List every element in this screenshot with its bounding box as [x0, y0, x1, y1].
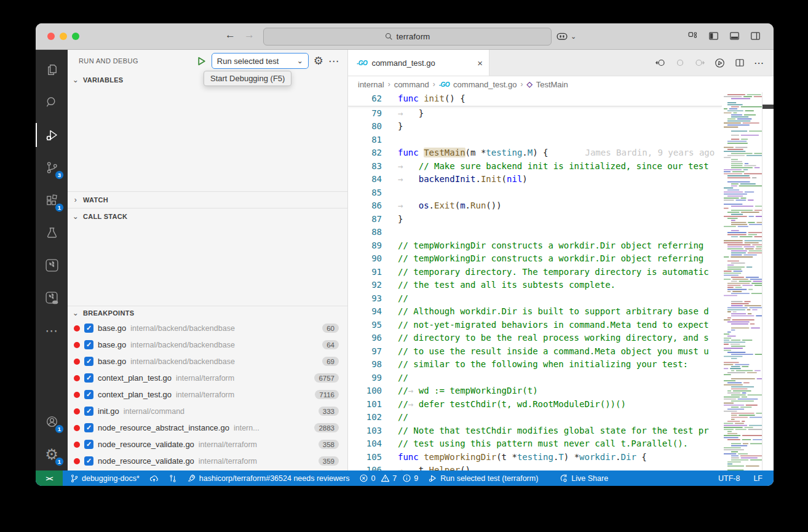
breakpoint-row[interactable]: context_plan_test.gointernal/terraform71…	[68, 386, 347, 403]
scrollbar-thumb[interactable]	[762, 105, 774, 109]
breakpoint-checkbox[interactable]	[84, 456, 93, 466]
line-number[interactable]: 98	[348, 358, 398, 371]
line-number[interactable]: 82	[348, 146, 398, 160]
tab-command-test-go[interactable]: -GO command_test.go ×	[348, 50, 489, 76]
close-tab-icon[interactable]: ×	[477, 58, 483, 68]
breakpoint-row[interactable]: context_plan_test.gointernal/terraform67…	[68, 370, 347, 386]
code-editor[interactable]: 62func init() {79→ }80}8182func TestMain…	[348, 92, 774, 470]
line-number[interactable]: 87	[348, 213, 398, 226]
breakpoint-checkbox[interactable]	[84, 324, 93, 333]
activity-run-and-debug[interactable]	[36, 119, 68, 151]
call-stack-section-header[interactable]: ⌄ CALL STACK	[68, 208, 347, 224]
eol-item[interactable]: LF	[753, 474, 762, 483]
toggle-primary-sidebar-icon[interactable]	[708, 30, 719, 42]
line-number[interactable]: 93	[348, 292, 398, 306]
line-number[interactable]: 84	[348, 173, 398, 186]
line-number[interactable]: 86	[348, 199, 398, 213]
line-number[interactable]: 101	[348, 398, 398, 411]
line-number[interactable]: 62	[348, 92, 398, 106]
breadcrumb-file[interactable]: command_test.go	[453, 80, 517, 89]
line-number[interactable]: 79	[348, 107, 398, 121]
problems-item[interactable]: 0 7 9	[359, 474, 418, 483]
breakpoint-row[interactable]: base.gointernal/backend/backendbase64	[68, 336, 347, 353]
activity-terraform[interactable]	[36, 249, 68, 282]
breakpoint-row[interactable]: base.gointernal/backend/backendbase60	[68, 320, 347, 336]
line-number[interactable]: 103	[348, 424, 398, 438]
breakpoint-checkbox[interactable]	[84, 440, 93, 449]
line-number[interactable]: 96	[348, 332, 398, 345]
activity-explorer[interactable]	[36, 54, 68, 86]
line-number[interactable]: 92	[348, 279, 398, 292]
sync-changes-item[interactable]	[149, 474, 159, 483]
line-number[interactable]: 95	[348, 319, 398, 332]
breakpoint-file: context_plan_test.go	[98, 373, 172, 383]
line-number[interactable]: 104	[348, 437, 398, 451]
line-number[interactable]: 94	[348, 305, 398, 319]
toggle-secondary-sidebar-icon[interactable]	[750, 30, 761, 42]
run-or-debug-icon[interactable]	[714, 57, 726, 69]
copilot-menu[interactable]: ⌄	[555, 30, 576, 43]
activity-extensions[interactable]: 1	[36, 184, 68, 216]
split-editor-icon[interactable]	[734, 57, 745, 68]
line-number[interactable]: 97	[348, 345, 398, 359]
line-number[interactable]: 80	[348, 120, 398, 133]
activity-terraform-cloud[interactable]	[36, 282, 68, 314]
debug-views-more-button[interactable]: ⋯	[328, 56, 339, 66]
start-debugging-button[interactable]	[196, 56, 207, 66]
encoding-item[interactable]: UTF-8	[718, 474, 740, 483]
line-number[interactable]: 91	[348, 266, 398, 279]
live-share-item[interactable]: Live Share	[559, 474, 608, 483]
activity-search[interactable]	[36, 86, 68, 119]
prev-change-icon[interactable]	[655, 57, 666, 68]
breakpoint-checkbox[interactable]	[84, 357, 93, 366]
breakpoint-row[interactable]: base.gointernal/backend/backendbase69	[68, 353, 347, 370]
minimap[interactable]	[722, 92, 762, 470]
line-number[interactable]: 83	[348, 160, 398, 173]
breakpoint-checkbox[interactable]	[84, 390, 93, 399]
breakpoint-row[interactable]: init.gointernal/command333	[68, 403, 347, 419]
line-number[interactable]: 81	[348, 133, 398, 147]
remote-indicator[interactable]: ><	[36, 470, 63, 486]
breakpoint-row[interactable]: node_resource_validate.gointernal/terraf…	[68, 436, 347, 453]
pr-status-item[interactable]: hashicorp/terraform#36524 needs reviewer…	[187, 474, 350, 483]
customize-layout-icon[interactable]	[687, 30, 699, 42]
git-branch-item[interactable]: debugging-docs*	[70, 474, 140, 483]
breakpoint-checkbox[interactable]	[84, 407, 93, 416]
activity-source-control[interactable]: 3	[36, 151, 68, 184]
line-number[interactable]: 89	[348, 239, 398, 253]
breadcrumb-symbol[interactable]: TestMain	[536, 80, 568, 89]
run-task-item[interactable]: Run selected test (terraform)	[428, 474, 538, 483]
line-number[interactable]: 99	[348, 371, 398, 385]
breadcrumb-command[interactable]: command	[394, 80, 429, 89]
zoom-window-button[interactable]	[72, 33, 79, 40]
line-number[interactable]: 85	[348, 186, 398, 200]
watch-section-header[interactable]: › WATCH	[68, 191, 347, 208]
breakpoint-row[interactable]: node_resource_validate.gointernal/terraf…	[68, 453, 347, 469]
debug-config-dropdown[interactable]: Run selected test ⌄	[212, 53, 309, 69]
source-control-graph-item[interactable]	[168, 474, 177, 483]
breakpoint-checkbox[interactable]	[84, 340, 93, 349]
line-number[interactable]: 88	[348, 226, 398, 239]
line-number[interactable]: 90	[348, 252, 398, 266]
activity-settings[interactable]: ⚙ 1	[36, 438, 68, 470]
debug-settings-gear[interactable]: ⚙	[314, 55, 323, 66]
breakpoints-section-header[interactable]: ⌄ BREAKPOINTS	[68, 306, 347, 320]
breakpoint-checkbox[interactable]	[84, 423, 93, 432]
breadcrumb-internal[interactable]: internal	[358, 80, 384, 89]
close-window-button[interactable]	[47, 33, 55, 40]
activity-testing[interactable]	[36, 216, 68, 249]
activity-accounts[interactable]: 1	[36, 405, 68, 438]
line-number[interactable]: 106	[348, 464, 398, 470]
activity-more[interactable]: ⋯	[36, 314, 68, 347]
minimize-window-button[interactable]	[60, 33, 67, 40]
toggle-panel-icon[interactable]	[729, 30, 740, 42]
command-center-search[interactable]: terraform	[263, 28, 552, 46]
line-number[interactable]: 102	[348, 411, 398, 424]
editor-more-actions-icon[interactable]: ⋯	[754, 57, 764, 69]
line-number[interactable]: 100	[348, 384, 398, 398]
navigate-back-icon[interactable]: ←	[225, 29, 236, 41]
breakpoint-checkbox[interactable]	[84, 373, 93, 383]
line-number[interactable]: 105	[348, 451, 398, 464]
editor-scrollbar[interactable]	[762, 92, 774, 470]
breakpoint-row[interactable]: node_resource_abstract_instance.gointern…	[68, 419, 347, 436]
